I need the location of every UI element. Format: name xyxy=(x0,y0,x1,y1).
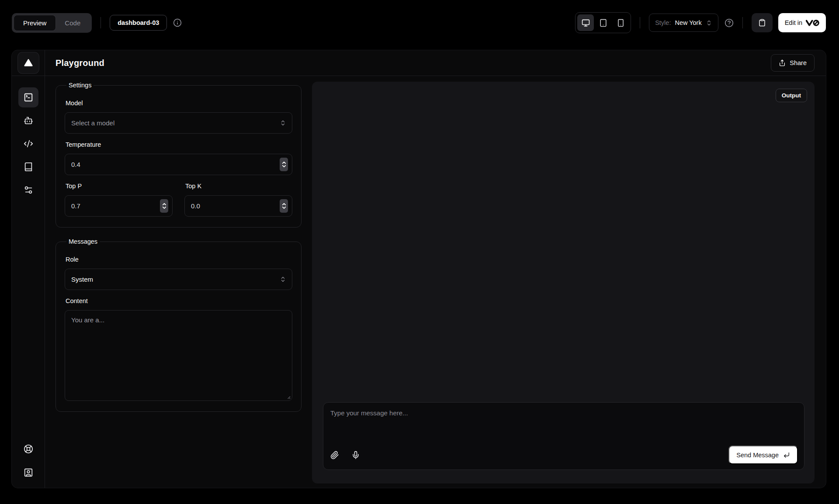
send-message-button[interactable]: Send Message xyxy=(728,445,798,464)
edit-in-v0-button[interactable]: Edit in xyxy=(778,13,826,32)
tablet-icon xyxy=(599,19,607,27)
help-icon[interactable] xyxy=(725,18,734,28)
sidebar-logo-cell xyxy=(12,50,45,76)
code-icon xyxy=(24,139,33,148)
triangle-logo-icon xyxy=(24,58,33,68)
sidebar xyxy=(12,50,45,488)
style-select-label: Style: xyxy=(655,19,671,26)
send-message-label: Send Message xyxy=(736,452,779,459)
role-select-value: System xyxy=(71,276,93,283)
output-badge: Output xyxy=(776,89,807,102)
tab-code[interactable]: Code xyxy=(55,15,90,31)
content-textarea[interactable]: You are a... xyxy=(65,310,292,401)
number-stepper[interactable] xyxy=(280,199,288,213)
life-buoy-icon xyxy=(24,444,33,454)
content-textarea-placeholder: You are a... xyxy=(71,316,104,324)
tab-preview[interactable]: Preview xyxy=(14,15,55,31)
smartphone-icon xyxy=(617,19,625,27)
top-p-label: Top P xyxy=(66,183,172,190)
model-select-value: Select a model xyxy=(71,119,114,127)
monitor-icon xyxy=(582,19,590,27)
share-icon xyxy=(779,59,786,66)
toolbar-right: Style: New York Edit in xyxy=(575,12,826,33)
attach-file-button[interactable] xyxy=(330,451,339,459)
content-area: Settings Model Select a model Temperatur… xyxy=(45,76,826,488)
sliders-icon xyxy=(24,185,33,195)
sidebar-item-account[interactable] xyxy=(18,463,38,483)
temperature-value: 0.4 xyxy=(71,161,80,168)
corner-down-left-icon xyxy=(783,452,790,459)
toolbar-left: Preview Code dashboard-03 xyxy=(12,13,182,33)
edit-in-v0-label: Edit in xyxy=(785,19,802,26)
style-select[interactable]: Style: New York xyxy=(649,14,718,32)
composer-toolbar: Send Message xyxy=(330,445,798,464)
square-user-icon xyxy=(24,468,33,477)
messages-fieldset: Messages Role System Content You are a..… xyxy=(55,238,302,412)
home-logo-button[interactable] xyxy=(18,52,39,73)
messages-legend: Messages xyxy=(66,238,100,245)
device-size-toggle xyxy=(575,12,631,33)
top-toolbar: Preview Code dashboard-03 xyxy=(0,0,839,45)
project-name-badge[interactable]: dashboard-03 xyxy=(110,15,167,31)
copy-code-button[interactable] xyxy=(752,13,773,32)
divider xyxy=(101,17,101,28)
temperature-label: Temperature xyxy=(66,141,291,148)
top-k-input[interactable]: 0.0 xyxy=(184,195,292,217)
terminal-icon xyxy=(24,93,33,102)
top-p-input[interactable]: 0.7 xyxy=(65,195,173,217)
settings-fieldset: Settings Model Select a model Temperatur… xyxy=(55,82,302,228)
microphone-button[interactable] xyxy=(351,451,360,459)
sidebar-item-playground[interactable] xyxy=(18,87,38,107)
content-label: Content xyxy=(66,297,291,304)
number-stepper[interactable] xyxy=(160,199,168,213)
divider xyxy=(640,17,640,28)
role-select[interactable]: System xyxy=(65,269,292,290)
sidebar-item-settings[interactable] xyxy=(18,180,38,200)
desktop-view-button[interactable] xyxy=(577,14,594,31)
info-icon[interactable] xyxy=(173,18,182,27)
model-label: Model xyxy=(66,100,291,107)
style-select-value: New York xyxy=(675,19,701,26)
bot-icon xyxy=(24,116,33,125)
book-icon xyxy=(24,162,33,172)
sidebar-item-help[interactable] xyxy=(18,439,38,459)
page-title: Playground xyxy=(55,58,104,68)
playground-app-window: Playground Share Settings Model Select a xyxy=(12,50,826,488)
model-select[interactable]: Select a model xyxy=(65,112,292,134)
share-button-label: Share xyxy=(790,59,807,66)
message-input-placeholder: Type your message here... xyxy=(330,409,797,417)
top-p-k-row: Top P 0.7 Top K xyxy=(65,175,292,217)
mobile-view-button[interactable] xyxy=(612,14,629,31)
clipboard-icon xyxy=(758,19,766,27)
sidebar-item-api[interactable] xyxy=(18,134,38,154)
sidebar-nav xyxy=(18,76,38,200)
output-panel: Output Type your message here... Send xyxy=(312,82,815,483)
sidebar-item-documentation[interactable] xyxy=(18,157,38,177)
tablet-view-button[interactable] xyxy=(595,14,611,31)
temperature-input[interactable]: 0.4 xyxy=(65,154,292,175)
role-label: Role xyxy=(66,256,291,263)
sidebar-item-models[interactable] xyxy=(18,110,38,131)
page-header: Playground Share xyxy=(45,50,826,76)
top-k-value: 0.0 xyxy=(191,202,200,210)
sidebar-bottom-nav xyxy=(18,439,38,488)
number-stepper[interactable] xyxy=(280,158,288,171)
v0-logo-icon xyxy=(806,20,819,26)
chevrons-up-down-icon xyxy=(280,276,286,283)
chevrons-up-down-icon xyxy=(280,120,286,126)
share-button[interactable]: Share xyxy=(771,54,815,72)
resize-handle[interactable] xyxy=(286,394,291,399)
screen: Preview Code dashboard-03 xyxy=(0,0,839,504)
top-k-label: Top K xyxy=(185,183,291,190)
chevrons-up-down-icon xyxy=(706,20,712,26)
main-column: Playground Share Settings Model Select a xyxy=(45,50,826,488)
divider xyxy=(742,17,743,28)
top-p-value: 0.7 xyxy=(71,202,80,210)
settings-legend: Settings xyxy=(66,82,94,89)
message-composer[interactable]: Type your message here... Send Message xyxy=(323,402,804,470)
view-mode-toggle: Preview Code xyxy=(12,13,92,33)
settings-column: Settings Model Select a model Temperatur… xyxy=(55,82,302,483)
